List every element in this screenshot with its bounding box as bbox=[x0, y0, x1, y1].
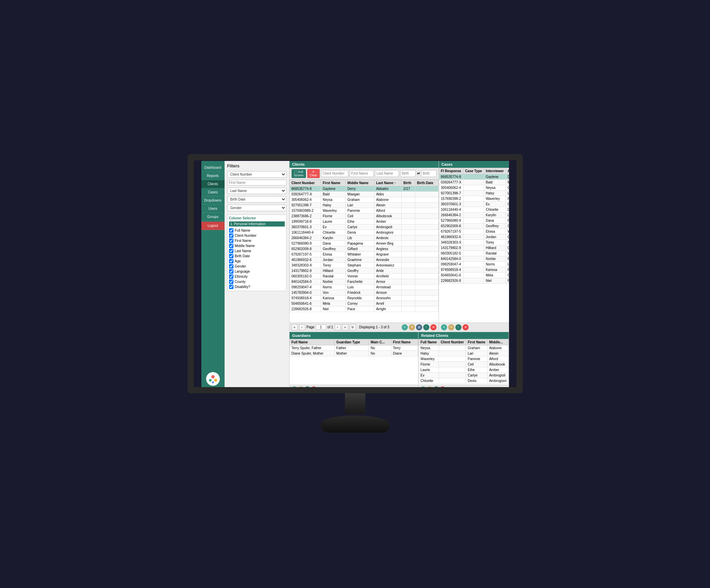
table-row[interactable]: 145783904-0 Von Friedrick Arnson bbox=[290, 290, 438, 295]
page-last-button[interactable]: » bbox=[342, 324, 348, 330]
table-row[interactable]: 527966080-9 Dana Papagena Ameer-Beg bbox=[290, 241, 438, 246]
table-row[interactable]: 266646384-2 Karylin Lib Ambroix bbox=[439, 212, 509, 218]
sidebar-item-clients[interactable]: Clients bbox=[201, 180, 225, 188]
add-case-button[interactable]: + bbox=[441, 324, 447, 330]
first-name-input[interactable] bbox=[350, 170, 374, 177]
view-client-button[interactable]: ⊞ bbox=[416, 324, 422, 330]
table-row[interactable]: 974508918-4 Karissa Reynolds Aronsohn bbox=[439, 267, 509, 272]
sidebar-item-dashboard[interactable]: Dashboard bbox=[201, 164, 225, 172]
col-checkbox-birth-date[interactable]: Birth Date bbox=[229, 254, 285, 259]
col-checkbox-client-number[interactable]: Client Number bbox=[229, 233, 285, 238]
table-row[interactable]: 840142584-0 Norbie Fanchette Armor bbox=[439, 256, 509, 261]
table-row[interactable]: 868535774-8 Gaylene Derry Abbatini 2/17 bbox=[290, 186, 438, 191]
filter-first-name-input[interactable] bbox=[227, 180, 286, 186]
client-number-input[interactable] bbox=[321, 170, 348, 177]
table-row[interactable]: 1576903989-2 Waverley Pammie Alford bbox=[290, 208, 438, 213]
page-first-button[interactable]: « bbox=[292, 324, 298, 330]
table-row[interactable]: 305406062-4 Neysa Graham Alabone bbox=[290, 197, 438, 202]
table-row[interactable]: Diane Spuler, Mother Mother No Diane bbox=[290, 351, 418, 356]
table-row[interactable]: Ev Carlye Ambrogioli bbox=[419, 372, 508, 378]
col-checkbox-first-name[interactable]: First Name bbox=[229, 238, 285, 243]
table-row[interactable]: Terry Spuler, Father Father No Terry bbox=[290, 345, 418, 351]
table-row[interactable]: 266646384-2 Karylin Lib Ambroix bbox=[290, 235, 438, 241]
page-prev-button[interactable]: ‹ bbox=[299, 324, 305, 330]
filter-client-number-select[interactable]: Client Number bbox=[227, 171, 286, 178]
delete-client-button[interactable]: ✕ bbox=[430, 324, 437, 330]
table-row[interactable]: 527966080-9 Dana Papagena Ameer-Beg bbox=[439, 218, 509, 223]
page-number-input[interactable] bbox=[316, 325, 326, 330]
table-row[interactable]: 238873686-2 Florrie Ceil Allsobrook bbox=[290, 213, 438, 219]
col-checkbox-ethnicity[interactable]: Ethnicity bbox=[229, 274, 285, 279]
export-case-button[interactable]: ↑ bbox=[455, 324, 461, 330]
table-row[interactable]: 106118440-4 Chloette Denis Ambrogioni bbox=[439, 207, 509, 212]
col-checkbox-disability[interactable]: Disability? bbox=[229, 284, 285, 289]
filter-gender-select[interactable]: Gender bbox=[227, 205, 286, 211]
table-row[interactable]: 039264777-X Bald Maegan Abbs bbox=[439, 179, 509, 185]
delete-case-button[interactable]: ✕ bbox=[463, 324, 469, 330]
delete-guardian-button[interactable]: ✕ bbox=[311, 386, 317, 392]
page-next-button[interactable]: › bbox=[335, 324, 341, 330]
sidebar-item-users[interactable]: Users bbox=[201, 205, 225, 213]
col-checkbox-language[interactable]: Language bbox=[229, 269, 285, 274]
table-row[interactable]: 305406062-4 Neysa Graham Alabone bbox=[439, 185, 509, 190]
col-checkbox-last-name[interactable]: Last Name bbox=[229, 248, 285, 254]
table-row[interactable]: 228682926-8 Niel Pace Arrighi bbox=[439, 278, 509, 283]
edit-client-button[interactable]: ✎ bbox=[409, 324, 415, 330]
table-row[interactable]: Chloette Denis Ambrogioni bbox=[419, 378, 508, 383]
table-row[interactable]: 868535774-8 Gaylene Derry Abbatini bbox=[439, 174, 509, 179]
table-row[interactable]: 974508918-4 Karissa Reynolds Aronsohn bbox=[290, 295, 438, 301]
table-row[interactable]: 927001398-7 Halsy Lari Alesin bbox=[439, 190, 509, 196]
table-row[interactable]: Halsy Lari Alesin bbox=[419, 351, 508, 356]
table-row[interactable]: 1061118440-4 Chloette Denis Ambrogioni bbox=[290, 230, 438, 235]
edit-related-button[interactable]: ✎ bbox=[427, 386, 432, 392]
add-related-button[interactable]: + bbox=[420, 386, 426, 392]
table-row[interactable]: 504650641-6 Mela Correy Arrell bbox=[439, 272, 509, 278]
delete-related-button[interactable]: ✕ bbox=[440, 386, 445, 392]
edit-case-button[interactable]: ✎ bbox=[448, 324, 454, 330]
table-row[interactable]: 927001398-7 Halsy Lari Alesin bbox=[290, 202, 438, 208]
table-row[interactable]: 157690398-2 Waverley Pammie Alford bbox=[439, 196, 509, 201]
col-checkbox-age[interactable]: Age bbox=[229, 259, 285, 264]
filter-birth-date-select[interactable]: Birth Date bbox=[227, 196, 286, 203]
table-row[interactable]: 199599718-8 Laurie Ethe Amber bbox=[290, 219, 438, 224]
table-row[interactable]: 652902009-8 Geoffrey Giffard Angless bbox=[439, 223, 509, 229]
table-row[interactable]: 039264777-X Bald Maegan Abbs bbox=[290, 191, 438, 197]
table-row[interactable]: 461966932-6 Jordan Graehme Anneslie bbox=[290, 257, 438, 262]
table-row[interactable]: 098259047-4 Norris Luis Armstead bbox=[439, 261, 509, 267]
export-guardian-button[interactable]: ↑ bbox=[305, 386, 310, 392]
table-row[interactable]: 504650641-6 Mela Correy Arrell bbox=[290, 301, 438, 306]
fullscreen-button[interactable]: ⛶ Full Screen bbox=[292, 169, 306, 178]
edit-guardian-button[interactable]: ✎ bbox=[298, 386, 304, 392]
add-guardian-button[interactable]: + bbox=[292, 386, 297, 392]
table-row[interactable]: 679267197-5 Eloisa Whitaker Angrave bbox=[439, 229, 509, 234]
sidebar-item-logout[interactable]: Logout bbox=[201, 222, 225, 230]
table-row[interactable]: Florrie Ceil Allsobrook bbox=[419, 361, 508, 367]
col-checkbox-county[interactable]: County bbox=[229, 279, 285, 284]
clear-button[interactable]: ✕ Clear bbox=[307, 169, 320, 178]
col-checkbox-gender[interactable]: Gender bbox=[229, 264, 285, 269]
table-row[interactable]: 461966932-6 Jordan Graehme Anneslie bbox=[439, 234, 509, 240]
last-name-input[interactable] bbox=[375, 170, 399, 177]
table-row[interactable]: 348328303-X Torey Stephani Antoniewicz bbox=[290, 262, 438, 268]
export-client-button[interactable]: ↑ bbox=[423, 324, 429, 330]
col-checkbox-full-name[interactable]: Full Name bbox=[229, 228, 285, 233]
sidebar-item-dropdowns[interactable]: Dropdowns bbox=[201, 196, 225, 205]
table-row[interactable]: 143179802-9 Hilliard Geoffry Arkle bbox=[290, 268, 438, 273]
sidebar-item-groups[interactable]: Groups bbox=[201, 213, 225, 221]
table-row[interactable]: 228682926-8 Niel Pace Arrighi bbox=[290, 306, 438, 312]
birth-date-input-2[interactable] bbox=[421, 170, 437, 177]
table-row[interactable]: Neysa Graham Alabone bbox=[419, 345, 508, 351]
col-checkbox-middle-name[interactable]: Middle Name bbox=[229, 243, 285, 248]
table-row[interactable]: 060305182-0 Randal Vonnie Armfield bbox=[439, 250, 509, 256]
table-row[interactable]: 360370601-3 Ev Carlye Ambrogioli bbox=[439, 201, 509, 207]
sidebar-item-reports[interactable]: Reports bbox=[201, 172, 225, 180]
table-row[interactable]: 348328303-X Torey Stephani Antoniewicz bbox=[439, 240, 509, 245]
table-row[interactable]: Laurie Ethe Amber bbox=[419, 367, 508, 372]
table-row[interactable]: Waverley Pammie Alford bbox=[419, 356, 508, 361]
birth-date-input-1[interactable] bbox=[400, 170, 416, 177]
sidebar-item-cases[interactable]: Cases bbox=[201, 188, 225, 196]
table-row[interactable]: 098259047-4 Norris Luis Armstead bbox=[290, 284, 438, 290]
table-row[interactable]: 840142584-0 Norbie Fanchette Armor bbox=[290, 279, 438, 284]
table-row[interactable]: 143179802-9 Hilliard Geoffry Arkle bbox=[439, 245, 509, 250]
page-refresh-button[interactable]: ↻ bbox=[350, 324, 356, 330]
